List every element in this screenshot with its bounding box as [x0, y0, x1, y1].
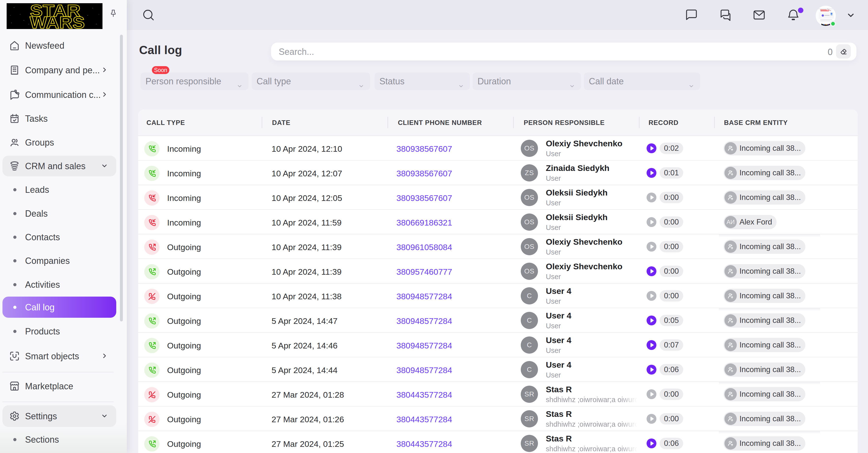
svg-text:WARS: WARS — [30, 13, 85, 29]
